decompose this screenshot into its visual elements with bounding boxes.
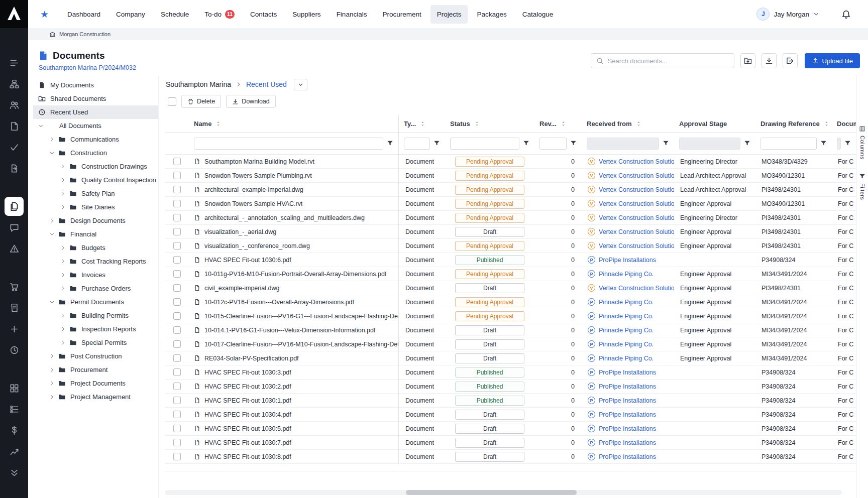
rail-cart-icon[interactable] [4, 276, 25, 297]
column-header-drawing-reference[interactable]: Drawing Reference [755, 120, 832, 128]
upload-file-button[interactable]: Upload file [805, 53, 860, 68]
row-checkbox[interactable] [173, 397, 181, 404]
filter-input-rev[interactable] [539, 138, 567, 150]
tree-item-permit-documents[interactable]: Permit Documents [33, 295, 158, 309]
document-row[interactable]: HVAC SPEC Fit-out 1030:3.pdfDocumentPubl… [165, 365, 856, 380]
document-name-cell[interactable]: HVAC SPEC Fit-out 1030:5.pdf [189, 422, 399, 435]
document-row[interactable]: visualization_-_aerial.dwgDocumentDraft0… [165, 225, 856, 239]
document-row[interactable]: 10-017-Clearline-Fusion---PV16-M10-Fusio… [165, 337, 856, 351]
chevron-right-icon[interactable] [60, 164, 69, 169]
tree-item-budgets[interactable]: Budgets [33, 241, 158, 255]
received-from-link[interactable]: ProPipe Installations [599, 397, 656, 404]
document-row[interactable]: HVAC SPEC Fit-out 1030:8.pdfDocumentDraf… [165, 450, 856, 464]
tree-item-building-permits[interactable]: Building Permits [33, 309, 158, 322]
nav-dashboard[interactable]: Dashboard [61, 5, 107, 24]
chevron-right-icon[interactable] [60, 191, 69, 196]
received-from-link[interactable]: Pinnacle Piping Co. [599, 271, 654, 278]
received-from-link[interactable]: Vertex Construction Solutio [599, 242, 674, 250]
nav-catalogue[interactable]: Catalogue [516, 5, 560, 24]
document-name-cell[interactable]: Snowdon Towers Sample Plumbing.rvt [189, 169, 399, 182]
document-row[interactable]: visualization_-_conference_room.dwgDocum… [165, 239, 856, 253]
row-checkbox[interactable] [173, 214, 181, 221]
rail-finance-icon[interactable] [4, 420, 25, 441]
chevron-right-icon[interactable] [49, 137, 58, 142]
document-name-cell[interactable]: 10-015-Clearline-Fusion---PV16-G1---Fusi… [189, 309, 399, 323]
tree-item-my-documents[interactable]: My Documents [33, 78, 158, 92]
tree-item-inspection-reports[interactable]: Inspection Reports [33, 322, 158, 336]
chevron-right-icon[interactable] [60, 272, 69, 278]
tree-item-design-documents[interactable]: Design Documents [33, 214, 158, 227]
rail-people-icon[interactable] [4, 94, 25, 115]
tree-item-shared-documents[interactable]: Shared Documents [33, 92, 158, 105]
filter-input-name[interactable] [194, 138, 383, 150]
rail-approvals-icon[interactable] [4, 137, 25, 158]
sort-icon[interactable] [419, 120, 426, 127]
rail-collapse-icon[interactable] [4, 462, 25, 483]
sort-icon[interactable] [474, 120, 480, 127]
document-row[interactable]: 10-014.1-PV16-G1-Fusion---Velux-Dimensio… [165, 323, 856, 337]
nav-projects[interactable]: Projects [430, 5, 468, 24]
tree-item-all-documents[interactable]: All Documents [33, 119, 158, 133]
received-from-link[interactable]: Vertex Construction Solutio [599, 172, 674, 179]
chevron-right-icon[interactable] [60, 340, 69, 345]
row-checkbox[interactable] [173, 172, 181, 179]
filter-funnel-icon[interactable] [820, 140, 827, 147]
chevron-down-icon[interactable] [49, 150, 58, 156]
document-row[interactable]: architectural_-_annotation_scaling_and_m… [165, 211, 856, 225]
filter-input-ty[interactable] [404, 138, 430, 150]
document-name-cell[interactable]: HVAC SPEC Fit-out 1030:4.pdf [189, 408, 399, 421]
document-name-cell[interactable]: visualization_-_aerial.dwg [189, 225, 399, 238]
chevron-down-icon[interactable] [38, 123, 47, 129]
column-header-docum[interactable]: Docum [832, 120, 856, 128]
row-checkbox[interactable] [173, 368, 181, 376]
received-from-link[interactable]: Pinnacle Piping Co. [599, 341, 654, 348]
received-from-link[interactable]: ProPipe Installations [599, 383, 656, 390]
filter-funnel-icon[interactable] [523, 140, 529, 147]
tree-item-safety-plan[interactable]: Safety Plan [33, 187, 158, 200]
filter-input-status[interactable] [450, 138, 519, 150]
notifications-bell-icon[interactable] [841, 10, 851, 19]
received-from-link[interactable]: ProPipe Installations [599, 411, 656, 418]
tree-item-cost-tracking-reports[interactable]: Cost Tracking Reports [33, 255, 158, 268]
tree-item-financial[interactable]: Financial [33, 227, 158, 241]
row-checkbox[interactable] [173, 242, 181, 250]
download-documents-button[interactable] [762, 53, 777, 68]
document-name-cell[interactable]: 10-011g-PV16-M10-Fusion-Portrait-Overall… [189, 267, 399, 281]
chevron-right-icon[interactable] [60, 245, 69, 251]
document-name-cell[interactable]: civil_example-imperial.dwg [189, 281, 399, 295]
document-name-cell[interactable]: visualization_-_conference_room.dwg [189, 239, 399, 253]
document-row[interactable]: HVAC SPEC Fit-out 1030:7.pdfDocumentDraf… [165, 436, 856, 450]
document-row[interactable]: civil_example-imperial.dwgDocumentDraft0… [165, 281, 856, 295]
received-from-link[interactable]: Pinnacle Piping Co. [599, 355, 654, 362]
document-name-cell[interactable]: HVAC SPEC Fit-out 1030:2.pdf [189, 380, 399, 393]
chevron-right-icon[interactable] [60, 259, 69, 264]
tree-item-special-permits[interactable]: Special Permits [33, 336, 158, 349]
chevron-right-icon[interactable] [60, 204, 69, 210]
rail-task-list-icon[interactable] [4, 52, 25, 73]
nav-packages[interactable]: Packages [470, 5, 513, 24]
chevron-right-icon[interactable] [49, 367, 58, 372]
column-header-rev[interactable]: Rev... [534, 120, 582, 128]
project-link[interactable]: Southampton Marina P/2024/M032 [39, 64, 136, 71]
received-from-link[interactable]: ProPipe Installations [599, 257, 656, 264]
document-row[interactable]: Snowdon Towers Sample Plumbing.rvtDocume… [165, 169, 856, 183]
document-row[interactable]: HVAC SPEC Fit-out 1030:5.pdfDocumentDraf… [165, 422, 856, 436]
received-from-link[interactable]: Vertex Construction Solutio [599, 285, 674, 292]
row-checkbox[interactable] [173, 158, 181, 165]
row-checkbox[interactable] [173, 228, 181, 235]
document-row[interactable]: HVAC SPEC Fit-out 1030:6.pdfDocumentPubl… [165, 253, 856, 267]
tree-item-purchase-orders[interactable]: Purchase Orders [33, 282, 158, 295]
breadcrumb-dropdown-button[interactable] [294, 79, 307, 90]
received-from-link[interactable]: ProPipe Installations [599, 439, 656, 446]
document-row[interactable]: Southampton Marina Building Model.rvtDoc… [165, 155, 856, 169]
chevron-right-icon[interactable] [60, 177, 69, 183]
row-checkbox[interactable] [173, 270, 181, 278]
tree-item-construction-drawings[interactable]: Construction Drawings [33, 160, 158, 173]
document-row[interactable]: RE034-Solar-PV-Specification.pdfDocument… [165, 351, 856, 365]
row-checkbox[interactable] [173, 425, 181, 432]
document-name-cell[interactable]: HVAC SPEC Fit-out 1030:3.pdf [189, 365, 399, 379]
chevron-down-icon[interactable] [49, 299, 58, 305]
filter-select-docum[interactable] [837, 138, 841, 150]
tree-item-communications[interactable]: Communications [33, 133, 158, 146]
rail-document-icon[interactable] [4, 115, 25, 137]
